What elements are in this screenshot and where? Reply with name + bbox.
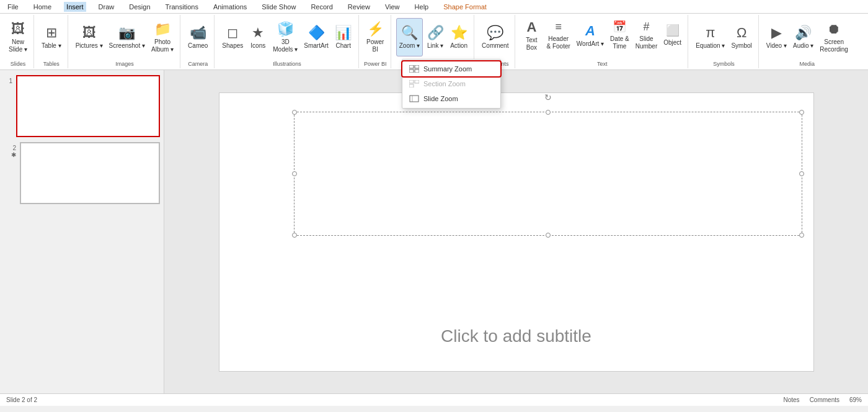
comments-button[interactable]: Comments: [810, 396, 839, 403]
symbols-group-label: Symbols: [713, 61, 735, 67]
slide-number-button[interactable]: # SlideNumber: [633, 16, 660, 53]
menu-transitions[interactable]: Transitions: [163, 2, 201, 12]
slide-2-thumbnail[interactable]: [20, 142, 160, 204]
slide-thumb-1[interactable]: 1: [4, 75, 160, 137]
svg-rect-7: [410, 96, 418, 102]
summary-zoom-icon: [409, 65, 420, 73]
symbol-button[interactable]: Ω Symbol: [728, 18, 754, 56]
action-icon: ⭐: [451, 25, 467, 41]
illustrations-group-label: Illustrations: [273, 61, 301, 67]
summary-zoom-item[interactable]: Summary Zoom: [402, 61, 500, 76]
menu-draw[interactable]: Draw: [96, 2, 117, 12]
shapes-button[interactable]: ◻ Shapes: [219, 18, 246, 56]
table-button[interactable]: ⊞ Table ▾: [39, 18, 64, 56]
slide-thumb-2[interactable]: 2 ✱: [4, 142, 160, 204]
header-footer-button[interactable]: ≡ Header& Footer: [544, 16, 572, 53]
shapes-icon: ◻: [227, 25, 238, 41]
audio-icon: 🔊: [795, 25, 812, 41]
menu-insert[interactable]: Insert: [64, 2, 86, 12]
object-button[interactable]: ⬜ Object: [661, 16, 684, 53]
menu-slideshow[interactable]: Slide Show: [259, 2, 298, 12]
notes-button[interactable]: Notes: [784, 396, 800, 403]
text-box-icon: A: [527, 19, 537, 35]
table-label: Table ▾: [42, 42, 61, 50]
header-footer-icon: ≡: [555, 20, 562, 34]
main-area: 1 2 ✱: [0, 70, 868, 393]
wordart-label: WordArt ▾: [577, 40, 604, 48]
action-button[interactable]: ⭐ Action: [448, 18, 470, 56]
slide-2-star: ✱: [7, 151, 16, 158]
slide-canvas[interactable]: ↻ Click to add subtitle: [219, 92, 814, 372]
handle-mr: [799, 171, 804, 176]
menu-review[interactable]: Review: [345, 2, 373, 12]
screen-recording-button[interactable]: ⏺ ScreenRecording: [817, 18, 851, 56]
slide-zoom-label: Slide Zoom: [423, 95, 458, 102]
ribbon-group-media: ▶ Video ▾ 🔊 Audio ▾ ⏺ ScreenRecording Me…: [760, 15, 854, 68]
new-slide-icon: 🖼: [11, 21, 25, 37]
table-icon: ⊞: [46, 25, 57, 41]
new-slide-label: NewSlide ▾: [9, 38, 27, 53]
chart-button[interactable]: 📊 Chart: [332, 18, 355, 56]
subtitle-placeholder[interactable]: Click to add subtitle: [441, 326, 591, 346]
svg-rect-4: [409, 80, 414, 83]
zoom-icon: 🔍: [401, 25, 418, 41]
link-button[interactable]: 🔗 Link ▾: [424, 18, 446, 56]
video-button[interactable]: ▶ Video ▾: [764, 18, 789, 56]
cameo-icon: 📹: [190, 25, 206, 41]
ribbon-group-tables: ⊞ Table ▾ Tables: [35, 15, 68, 68]
menu-file[interactable]: File: [5, 2, 21, 12]
video-icon: ▶: [771, 25, 782, 41]
svg-rect-2: [409, 69, 414, 73]
text-box-button[interactable]: A TextBox: [520, 16, 542, 53]
menu-design[interactable]: Design: [126, 2, 153, 12]
equation-label: Equation ▾: [696, 42, 725, 50]
handle-tm: [546, 110, 551, 115]
svg-rect-3: [415, 69, 419, 73]
link-icon: 🔗: [427, 25, 444, 41]
screen-recording-label: ScreenRecording: [820, 38, 848, 53]
pictures-button[interactable]: 🖼 Pictures ▾: [73, 18, 105, 56]
3d-models-label: 3DModels ▾: [273, 38, 298, 53]
svg-rect-1: [415, 65, 419, 68]
slide-zoom-item[interactable]: Slide Zoom: [402, 91, 500, 106]
slides-group-label: Slides: [11, 61, 26, 67]
slide-info: Slide 2 of 2: [6, 396, 37, 403]
handle-bm: [546, 233, 551, 238]
action-label: Action: [450, 42, 467, 50]
ribbon-group-symbols: π Equation ▾ Ω Symbol Symbols: [689, 15, 759, 68]
zoom-label: Zoom ▾: [399, 42, 420, 50]
media-group-label: Media: [800, 61, 815, 67]
zoom-button[interactable]: 🔍 Zoom ▾: [396, 18, 423, 56]
ribbon-group-slides: 🖼 NewSlide ▾ Slides: [2, 15, 34, 68]
cameo-button[interactable]: 📹 Cameo: [185, 18, 210, 56]
menu-shape-format[interactable]: Shape Format: [441, 2, 489, 12]
menu-record[interactable]: Record: [308, 2, 335, 12]
zoom-level: 69%: [849, 396, 862, 403]
text-group-label: Text: [597, 61, 608, 67]
3d-models-button[interactable]: 🧊 3DModels ▾: [270, 18, 300, 56]
equation-button[interactable]: π Equation ▾: [693, 18, 727, 56]
audio-button[interactable]: 🔊 Audio ▾: [790, 18, 816, 56]
rotate-handle[interactable]: ↻: [543, 92, 553, 102]
pictures-label: Pictures ▾: [76, 42, 103, 50]
menu-view[interactable]: View: [383, 2, 402, 12]
smartart-button[interactable]: 🔷 SmartArt: [301, 18, 330, 56]
tables-group-label: Tables: [43, 61, 60, 67]
menu-animations[interactable]: Animations: [211, 2, 249, 12]
object-icon: ⬜: [666, 24, 680, 38]
screenshot-icon: 📷: [118, 25, 135, 41]
screenshot-button[interactable]: 📷 Screenshot ▾: [107, 18, 148, 56]
menu-help[interactable]: Help: [412, 2, 432, 12]
slide-1-thumbnail[interactable]: [16, 75, 160, 137]
new-slide-button[interactable]: 🖼 NewSlide ▾: [6, 18, 30, 56]
icons-button[interactable]: ★ Icons: [247, 18, 269, 56]
photo-album-button[interactable]: 📁 PhotoAlbum ▾: [149, 18, 176, 56]
wordart-button[interactable]: A WordArt ▾: [574, 16, 606, 53]
text-box-label: TextBox: [526, 37, 537, 52]
power-bi-button[interactable]: ⚡ PowerBI: [364, 18, 386, 56]
photo-album-label: PhotoAlbum ▾: [151, 38, 174, 53]
menu-home[interactable]: Home: [31, 2, 54, 12]
date-time-button[interactable]: 📅 Date &Time: [608, 16, 632, 53]
comment-button[interactable]: 💬 Comment: [479, 18, 511, 56]
link-label: Link ▾: [427, 42, 443, 50]
